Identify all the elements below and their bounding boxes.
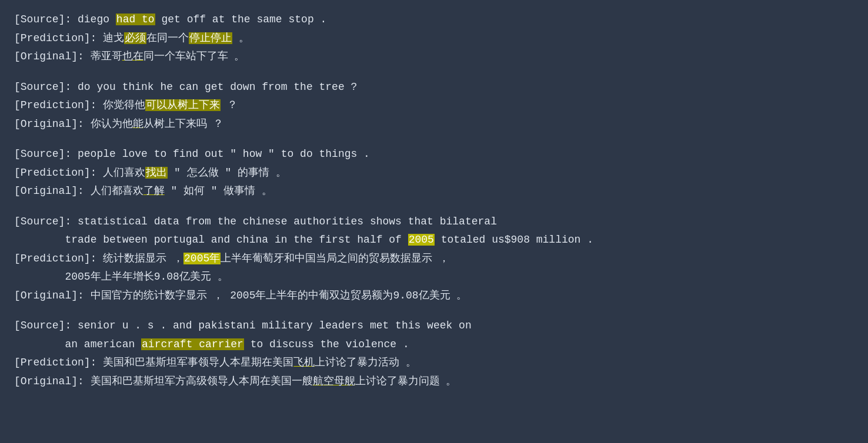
entry5-pred-highlight: 飞机 (293, 357, 315, 368)
entry3-pred-highlight: 找出 (145, 167, 168, 179)
entry2-pred-highlight: 可以从树上下来 (145, 99, 221, 111)
entry3-prediction: [Prediction]: 人们喜欢找出 " 怎么做 " 的事情 。 (14, 164, 854, 183)
entry-5: [Source]: senior u . s . and pakistani m… (14, 317, 854, 391)
entry4-pred-highlight: 2005年 (183, 253, 221, 264)
entry-3: [Source]: people love to find out " how … (14, 145, 854, 201)
entry1-pred-highlight2: 停止停止 (189, 32, 232, 44)
entry4-prediction-line1: [Prediction]: 统计数据显示 ，2005年上半年葡萄牙和中国当局之间… (14, 250, 854, 269)
entry5-source-line1: [Source]: senior u . s . and pakistani m… (14, 317, 854, 335)
entry4-prediction-line2: 2005年上半年增长9.08亿美元 。 (14, 268, 854, 287)
entry4-source-line2: trade between portugal and china in the … (14, 231, 854, 250)
entry3-orig-highlight: 了解 (143, 185, 165, 197)
entry5-prediction: [Prediction]: 美国和巴基斯坦军事领导人本星期在美国飞机上讨论了暴力… (14, 354, 854, 372)
entry1-prediction: [Prediction]: 迪戈必须在同一个停止停止 。 (14, 29, 854, 48)
entry1-original: [Original]: 蒂亚哥也在同一个车站下了车 。 (14, 48, 854, 66)
entry2-orig-highlight: 能 (133, 118, 143, 130)
entry2-prediction: [Prediction]: 你觉得他可以从树上下来 ？ (14, 96, 854, 115)
entry4-source-line1: [Source]: statistical data from the chin… (14, 213, 854, 231)
entry4-source-highlight: 2005 (408, 234, 435, 246)
main-content: [Source]: diego had to get off at the sa… (14, 11, 854, 391)
entry4-original: [Original]: 中国官方的统计数字显示 ， 2005年上半年的中葡双边贸… (14, 287, 854, 306)
entry-1: [Source]: diego had to get off at the sa… (14, 11, 854, 66)
entry-2: [Source]: do you think he can get down f… (14, 78, 854, 134)
entry5-source-highlight: aircraft carrier (141, 338, 244, 350)
entry-4: [Source]: statistical data from the chin… (14, 213, 854, 306)
entry2-original: [Original]: 你认为他能从树上下来吗 ？ (14, 115, 854, 134)
entry3-original: [Original]: 人们都喜欢了解 " 如何 " 做事情 。 (14, 182, 854, 201)
entry1-source: [Source]: diego had to get off at the sa… (14, 11, 854, 29)
entry1-pred-highlight1: 必须 (124, 32, 146, 44)
entry2-source: [Source]: do you think he can get down f… (14, 78, 854, 97)
entry5-source-line2: an american aircraft carrier to discuss … (14, 335, 854, 354)
entry1-orig-highlight: 也在 (122, 51, 143, 62)
entry5-original: [Original]: 美国和巴基斯坦军方高级领导人本周在美国一艘航空母舰上讨论… (14, 372, 854, 391)
entry3-source: [Source]: people love to find out " how … (14, 145, 854, 164)
entry1-source-highlight: had to (116, 14, 155, 25)
entry5-orig-highlight: 航空母舰 (313, 375, 355, 387)
